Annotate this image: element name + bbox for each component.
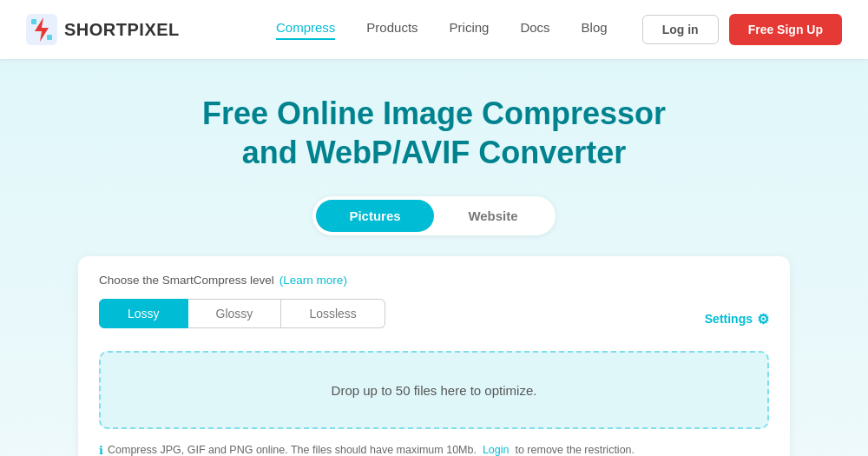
drop-zone[interactable]: Drop up to 50 files here to optimize. (99, 351, 769, 429)
svg-rect-3 (47, 35, 52, 40)
gear-icon: ⚙ (757, 311, 769, 327)
nav-blog[interactable]: Blog (582, 20, 608, 40)
compress-level-row: Choose the SmartCompress level (Learn mo… (99, 274, 769, 287)
nav-compress[interactable]: Compress (276, 20, 335, 40)
nav-actions: Log in Free Sign Up (642, 14, 842, 45)
level-settings-row: Lossy Glossy Lossless Settings ⚙ (99, 299, 769, 339)
nav-docs[interactable]: Docs (520, 20, 549, 40)
learn-more-link[interactable]: (Learn more) (279, 274, 347, 287)
info-login-suffix: to remove the restriction. (515, 444, 635, 456)
hero-section: Free Online Image Compressor and WebP/AV… (0, 59, 868, 456)
compress-level-label: Choose the SmartCompress level (99, 274, 274, 287)
navbar: SHORTPIXEL Compress Products Pricing Doc… (0, 0, 868, 59)
level-glossy-button[interactable]: Glossy (188, 299, 282, 328)
logo[interactable]: SHORTPIXEL (26, 14, 180, 45)
info-icon: ℹ (99, 442, 103, 456)
nav-links: Compress Products Pricing Docs Blog (276, 20, 608, 40)
tab-website[interactable]: Website (434, 200, 552, 232)
nav-products[interactable]: Products (366, 20, 418, 40)
info-login-link[interactable]: Login (483, 444, 510, 456)
tab-switcher: Pictures Website (312, 196, 556, 235)
level-lossless-button[interactable]: Lossless (281, 299, 385, 328)
info-text-1: Compress JPG, GIF and PNG online. The fi… (108, 444, 477, 456)
login-button[interactable]: Log in (642, 15, 719, 44)
info-row: ℹ Compress JPG, GIF and PNG online. The … (99, 441, 769, 456)
info-line-1: ℹ Compress JPG, GIF and PNG online. The … (99, 441, 769, 456)
logo-icon (26, 14, 57, 45)
compress-panel: Choose the SmartCompress level (Learn mo… (78, 256, 790, 456)
settings-link[interactable]: Settings ⚙ (705, 311, 769, 327)
svg-rect-2 (31, 19, 36, 24)
drop-zone-text: Drop up to 50 files here to optimize. (332, 383, 537, 398)
logo-text: SHORTPIXEL (64, 20, 180, 40)
tab-pictures[interactable]: Pictures (316, 200, 434, 232)
nav-pricing[interactable]: Pricing (450, 20, 490, 40)
settings-label: Settings (705, 312, 753, 326)
signup-button[interactable]: Free Sign Up (729, 14, 842, 45)
level-lossy-button[interactable]: Lossy (99, 299, 188, 328)
level-buttons: Lossy Glossy Lossless (99, 299, 385, 328)
hero-title: Free Online Image Compressor and WebP/AV… (17, 94, 851, 172)
